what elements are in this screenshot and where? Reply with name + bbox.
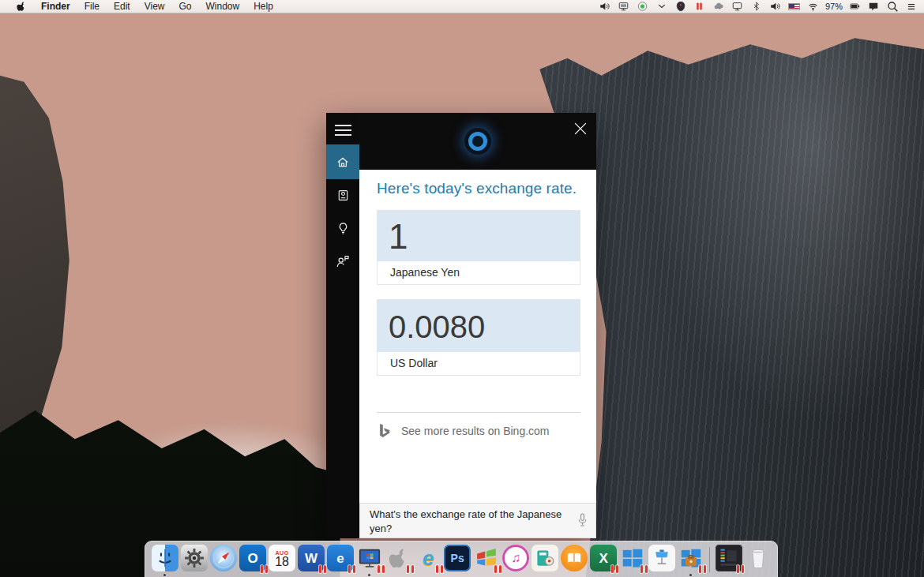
hamburger-menu-icon[interactable] <box>335 124 351 137</box>
dock-internet-explorer[interactable]: e <box>326 545 354 577</box>
dock-windows-flag[interactable] <box>472 545 500 577</box>
currency-card-to: 0.0080 US Dollar <box>377 299 580 376</box>
currency-amount-to: 0.0080 <box>377 300 580 352</box>
see-more-link[interactable]: See more results on Bing.com <box>377 422 579 440</box>
dock-finder[interactable] <box>151 545 178 577</box>
parallels-display-icon[interactable] <box>616 0 632 13</box>
dock-calendar[interactable]: AUG18 <box>268 545 295 577</box>
running-indicator <box>163 574 166 576</box>
menu-window[interactable]: Window <box>199 1 247 12</box>
currency-name-to: US Dollar <box>377 352 580 375</box>
itunes-icon: ♫ <box>502 545 529 571</box>
sidebar-feedback-icon[interactable] <box>326 244 359 279</box>
keynote-icon <box>648 545 675 571</box>
currency-name-from: Japanese Yen <box>377 261 580 284</box>
sidebar-home-icon[interactable] <box>326 144 359 179</box>
cortana-content: Here's today's exchange rate. 1 Japanese… <box>359 170 596 503</box>
volume-icon[interactable] <box>597 0 613 13</box>
divider <box>377 412 580 413</box>
dock-travel-guide[interactable] <box>531 545 558 577</box>
volume-icon[interactable] <box>768 0 783 13</box>
dock-divider <box>706 545 713 577</box>
cortana-header <box>359 113 596 170</box>
dock-outlook[interactable]: O <box>239 545 266 577</box>
running-indicator <box>689 574 692 576</box>
safari-icon <box>210 545 237 571</box>
menu-bar: FinderFileEditViewGoWindowHelp 97% <box>0 0 924 13</box>
desktop: FinderFileEditViewGoWindowHelp 97% Here'… <box>0 0 924 577</box>
menu-help[interactable]: Help <box>246 1 280 12</box>
dock-trash[interactable] <box>744 545 772 577</box>
parallels-pause-icon[interactable] <box>692 0 708 13</box>
dock-excel[interactable]: X <box>589 545 617 577</box>
cloud-sync-icon[interactable] <box>711 0 727 13</box>
currency-card-from: 1 Japanese Yen <box>377 210 580 285</box>
travel-guide-icon <box>531 545 558 571</box>
dock-windows10[interactable] <box>618 545 646 577</box>
dock-system-preferences[interactable] <box>180 545 208 577</box>
menu-finder[interactable]: Finder <box>34 1 77 12</box>
display-icon[interactable] <box>730 0 746 13</box>
close-icon[interactable] <box>573 122 588 136</box>
cortana-search-input[interactable]: What's the exchange rate of the Japanese… <box>359 503 596 538</box>
notification-center-icon[interactable] <box>903 0 919 13</box>
spotlight-icon[interactable] <box>885 0 900 13</box>
battery-icon[interactable] <box>847 0 862 13</box>
dock-safari[interactable] <box>209 545 237 577</box>
status-bar: 97% <box>597 0 924 13</box>
currency-amount-from: 1 <box>377 211 580 261</box>
menu-edit[interactable]: Edit <box>107 1 137 12</box>
apple-menu-icon[interactable] <box>9 1 34 12</box>
dock-ie-classic[interactable]: e <box>414 545 441 577</box>
dock-keynote[interactable] <box>648 545 675 577</box>
result-title: Here's today's exchange rate. <box>377 180 579 197</box>
vpn-icon[interactable] <box>673 0 689 13</box>
menu-go[interactable]: Go <box>172 1 199 12</box>
green-dot-icon[interactable] <box>635 0 651 13</box>
dock-windows7-pc[interactable] <box>355 545 383 577</box>
bluetooth-icon[interactable] <box>749 0 764 13</box>
calendar-icon: AUG18 <box>269 545 295 571</box>
running-indicator <box>368 574 370 576</box>
wifi-icon[interactable] <box>806 0 821 13</box>
photoshop-icon: Ps <box>444 545 471 571</box>
finder-icon <box>152 545 178 571</box>
dock-apple-menu-app[interactable] <box>385 545 412 577</box>
dock: OAUG18WeePs♫X <box>145 541 778 577</box>
trash-icon <box>745 545 772 571</box>
sidebar-reminders-icon[interactable] <box>326 211 359 245</box>
bing-icon <box>377 422 393 440</box>
messages-icon[interactable] <box>866 0 881 13</box>
dock-itunes[interactable]: ♫ <box>501 545 529 577</box>
system-preferences-icon <box>181 545 208 571</box>
cortana-logo-icon <box>464 128 491 155</box>
cortana-sidebar <box>326 113 359 538</box>
dock-windows10-briefcase[interactable] <box>677 545 704 577</box>
see-more-label: See more results on Bing.com <box>401 425 550 437</box>
dock-word[interactable]: W <box>297 545 325 577</box>
cortana-window: Here's today's exchange rate. 1 Japanese… <box>326 113 596 538</box>
menu-file[interactable]: File <box>77 1 107 12</box>
ibooks-icon <box>561 545 588 571</box>
chevron-down-icon[interactable] <box>654 0 670 13</box>
dock-minimized-window[interactable] <box>715 545 742 577</box>
menu-view[interactable]: View <box>137 1 172 12</box>
dock-ibooks[interactable] <box>560 545 588 577</box>
microphone-icon[interactable] <box>576 512 589 531</box>
sidebar-notebook-icon[interactable] <box>326 178 359 212</box>
dock-photoshop[interactable]: Ps <box>443 545 471 577</box>
us-flag-icon[interactable] <box>787 0 802 13</box>
app-menus: FinderFileEditViewGoWindowHelp <box>34 1 280 12</box>
battery-percentage: 97% <box>824 2 843 11</box>
